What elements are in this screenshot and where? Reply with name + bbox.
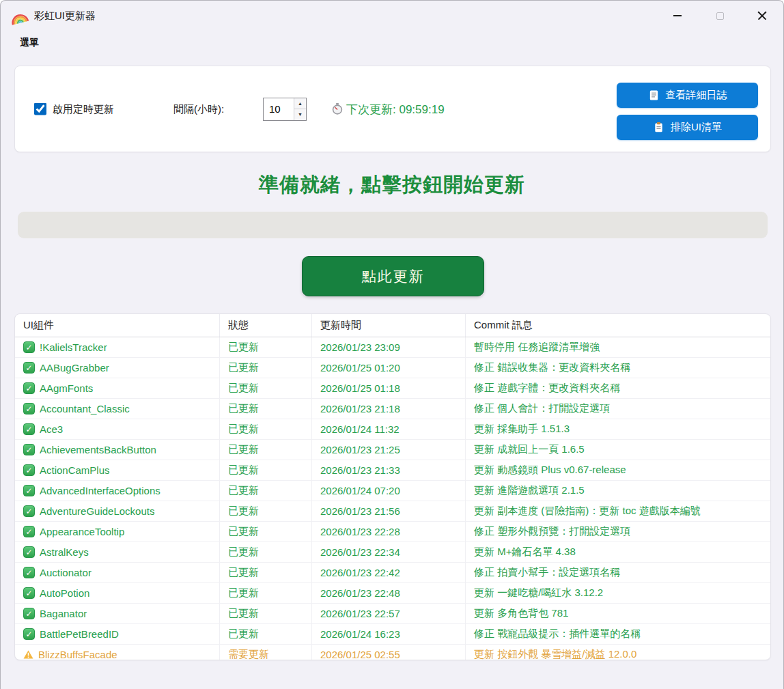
addon-name: ActionCamPlus xyxy=(40,464,110,476)
addon-commit-message: 更新 按鈕外觀 暴雪增益/減益 12.0.0 xyxy=(466,645,770,660)
check-icon: ✓ xyxy=(23,382,35,394)
addon-name: !KalielsTracker xyxy=(40,341,107,353)
addon-updated-time: 2026/01/23 22:28 xyxy=(312,522,466,542)
table-body: ✓ !KalielsTracker 已更新 2026/01/23 23:09 暫… xyxy=(15,337,770,660)
addon-updated-time: 2026/01/23 21:33 xyxy=(312,460,466,480)
addon-commit-message: 更新 多角色背包 781 xyxy=(466,604,770,623)
addon-updated-time: 2026/01/23 22:42 xyxy=(312,563,466,582)
addon-commit-message: 暫時停用 任務追蹤清單增強 xyxy=(466,337,770,357)
app-window: 彩虹UI更新器 選單 啟用定時更新 間隔(小時): ▲ ▼ xyxy=(0,0,784,689)
addon-status: 已更新 xyxy=(220,583,312,603)
addon-status: 已更新 xyxy=(220,542,312,562)
addon-name: BattlePetBreedID xyxy=(40,628,119,640)
addon-updated-time: 2026/01/25 02:55 xyxy=(312,645,466,660)
addon-table: UI組件 狀態 更新時間 Commit 訊息 ✓ !KalielsTracker… xyxy=(14,313,771,660)
spinner-up-button[interactable]: ▲ xyxy=(294,98,306,110)
addon-updated-time: 2026/01/23 21:18 xyxy=(312,399,466,419)
table-row[interactable]: ✓ AutoPotion 已更新 2026/01/23 22:48 更新 一鍵吃… xyxy=(15,583,770,604)
addon-status: 已更新 xyxy=(220,337,312,357)
addon-commit-message: 更新 採集助手 1.51.3 xyxy=(466,419,770,439)
addon-commit-message: 修正 戰寵品級提示：插件選單的名稱 xyxy=(466,624,770,644)
addon-updated-time: 2026/01/24 11:32 xyxy=(312,419,466,439)
table-row[interactable]: ✓ AstralKeys 已更新 2026/01/23 22:34 更新 M+鑰… xyxy=(15,542,770,563)
addon-status: 已更新 xyxy=(220,460,312,480)
addon-commit-message: 修正 個人會計：打開設定選項 xyxy=(466,399,770,419)
table-row[interactable]: ✓ Accountant_Classic 已更新 2026/01/23 21:1… xyxy=(15,399,770,419)
addon-name: AstralKeys xyxy=(40,546,89,558)
check-icon: ✓ xyxy=(23,423,35,435)
maximize-button[interactable] xyxy=(699,1,741,31)
addon-updated-time: 2026/01/23 22:34 xyxy=(312,542,466,562)
addon-commit-message: 修正 塑形外觀預覽：打開設定選項 xyxy=(466,522,770,542)
addon-status: 已更新 xyxy=(220,481,312,501)
progress-bar xyxy=(18,212,768,238)
rainbow-app-icon xyxy=(8,5,29,27)
table-row[interactable]: ✓ AdvancedInterfaceOptions 已更新 2026/01/2… xyxy=(15,481,770,501)
table-row[interactable]: ✓ AABugGrabber 已更新 2026/01/25 01:20 修正 錯… xyxy=(15,358,770,378)
menu-item-selection[interactable]: 選單 xyxy=(20,37,39,49)
interval-label: 間隔(小時): xyxy=(173,102,224,115)
addon-status: 需要更新 xyxy=(220,645,312,660)
addon-status: 已更新 xyxy=(220,501,312,521)
interval-input[interactable] xyxy=(264,98,294,120)
next-update-info: 下次更新: 09:59:19 xyxy=(331,101,445,117)
addon-name: Auctionator xyxy=(40,567,92,578)
addon-commit-message: 更新 M+鑰石名單 4.38 xyxy=(466,542,770,562)
table-row[interactable]: ✓ BlizzBuffsFacade 需要更新 2026/01/25 02:55… xyxy=(15,645,770,660)
addon-name: AutoPotion xyxy=(40,587,89,599)
check-icon: ✓ xyxy=(23,608,35,619)
maximize-icon xyxy=(716,12,724,20)
table-row[interactable]: ✓ AppearanceTooltip 已更新 2026/01/23 22:28… xyxy=(15,522,770,542)
addon-name: Accountant_Classic xyxy=(40,403,130,414)
close-button[interactable] xyxy=(741,1,783,31)
table-row[interactable]: ✓ ActionCamPlus 已更新 2026/01/23 21:33 更新 … xyxy=(15,460,770,481)
exclude-list-button[interactable]: 排除UI清單 xyxy=(617,115,758,140)
table-row[interactable]: ✓ AAgmFonts 已更新 2026/01/25 01:18 修正 遊戲字體… xyxy=(15,378,770,399)
exclude-list-label: 排除UI清單 xyxy=(671,121,722,134)
auto-update-checkbox[interactable] xyxy=(34,103,46,115)
column-header-time[interactable]: 更新時間 xyxy=(312,314,466,337)
addon-status: 已更新 xyxy=(220,440,312,460)
addon-name: AdvancedInterfaceOptions xyxy=(40,485,160,496)
check-icon: ✓ xyxy=(23,505,35,517)
check-icon: ✓ xyxy=(23,628,35,640)
view-log-button[interactable]: 查看詳細日誌 xyxy=(617,83,758,108)
table-row[interactable]: ✓ Ace3 已更新 2026/01/24 11:32 更新 採集助手 1.51… xyxy=(15,419,770,440)
column-header-commit[interactable]: Commit 訊息 xyxy=(466,314,770,337)
check-icon: ✓ xyxy=(23,587,35,599)
addon-status: 已更新 xyxy=(220,399,312,419)
addon-name: AAgmFonts xyxy=(40,382,93,394)
minimize-button[interactable] xyxy=(656,1,699,31)
addon-commit-message: 更新 成就回上一頁 1.6.5 xyxy=(466,440,770,460)
addon-name: AchievementsBackButton xyxy=(40,444,156,455)
addon-updated-time: 2026/01/23 21:56 xyxy=(312,501,466,521)
status-heading: 準備就緒，點擊按鈕開始更新 xyxy=(1,171,783,199)
column-header-status[interactable]: 狀態 xyxy=(220,314,312,337)
table-row[interactable]: ✓ AchievementsBackButton 已更新 2026/01/23 … xyxy=(15,440,770,460)
settings-panel: 啟用定時更新 間隔(小時): ▲ ▼ 下次更新: 09:59:19 xyxy=(14,66,771,152)
table-row[interactable]: ✓ AdventureGuideLockouts 已更新 2026/01/23 … xyxy=(15,501,770,522)
window-title: 彩虹UI更新器 xyxy=(34,10,96,23)
view-log-label: 查看詳細日誌 xyxy=(666,89,727,102)
check-icon: ✓ xyxy=(23,444,35,455)
table-row[interactable]: ✓ Auctionator 已更新 2026/01/23 22:42 修正 拍賣… xyxy=(15,563,770,583)
title-bar: 彩虹UI更新器 xyxy=(1,1,783,31)
addon-commit-message: 修正 錯誤收集器：更改資料夾名稱 xyxy=(466,358,770,378)
addon-updated-time: 2026/01/24 07:20 xyxy=(312,481,466,501)
addon-name: AdventureGuideLockouts xyxy=(40,505,154,517)
addon-status: 已更新 xyxy=(220,604,312,623)
table-row[interactable]: ✓ !KalielsTracker 已更新 2026/01/23 23:09 暫… xyxy=(15,337,770,358)
table-row[interactable]: ✓ BattlePetBreedID 已更新 2026/01/24 16:23 … xyxy=(15,624,770,645)
addon-name: AppearanceTooltip xyxy=(40,526,124,537)
check-icon: ✓ xyxy=(23,567,35,578)
table-row[interactable]: ✓ Baganator 已更新 2026/01/23 22:57 更新 多角色背… xyxy=(15,604,770,624)
close-icon xyxy=(757,11,767,20)
next-update-time: 下次更新: 09:59:19 xyxy=(346,101,445,117)
column-header-component[interactable]: UI組件 xyxy=(15,314,220,337)
addon-commit-message: 更新 進階遊戲選項 2.1.5 xyxy=(466,481,770,501)
addon-updated-time: 2026/01/25 01:18 xyxy=(312,378,466,398)
update-now-button[interactable]: 點此更新 xyxy=(302,256,484,296)
warning-icon xyxy=(23,650,33,659)
addon-status: 已更新 xyxy=(220,358,312,378)
spinner-down-button[interactable]: ▼ xyxy=(294,109,306,120)
